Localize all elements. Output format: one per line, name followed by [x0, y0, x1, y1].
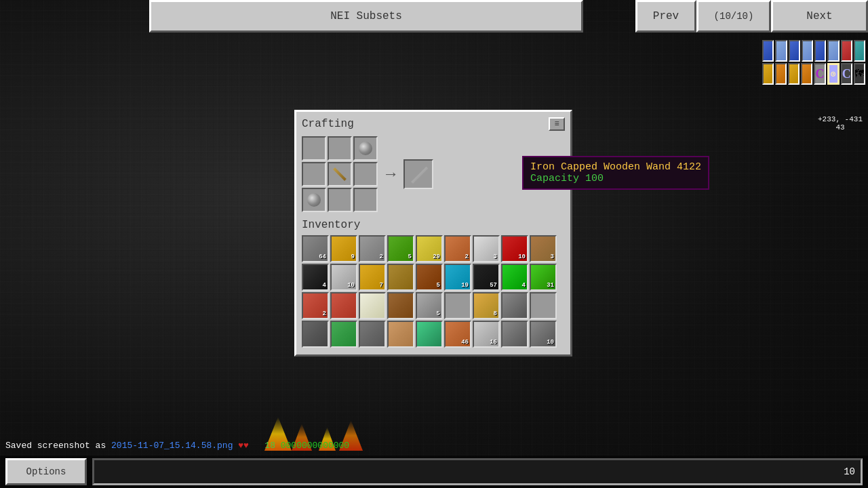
- inv-slot-2[interactable]: 2: [359, 235, 386, 262]
- nei-item-12[interactable]: [801, 63, 812, 85]
- top-bar: NEI Subsets Prev (10/10) Next: [0, 0, 868, 33]
- status-bar: Saved screenshot as 2015-11-07_15.14.58.…: [0, 441, 868, 451]
- inv-slot-27[interactable]: [302, 321, 329, 348]
- nei-item-1[interactable]: [762, 40, 774, 62]
- nei-item-map[interactable]: 🗺: [854, 63, 865, 85]
- inv-slot-15[interactable]: 57: [473, 264, 500, 291]
- bottom-bar: Options 10: [0, 455, 868, 488]
- status-score-val: 0000000000000: [281, 441, 349, 451]
- inv-slot-34[interactable]: [501, 321, 528, 348]
- nei-item-9[interactable]: [762, 63, 774, 85]
- craft-slot-1-1[interactable]: [328, 162, 352, 186]
- hotbar-count: 10: [844, 466, 855, 477]
- inv-slot-0[interactable]: 64: [302, 235, 329, 262]
- inv-slot-7[interactable]: 10: [501, 235, 528, 262]
- inv-slot-10[interactable]: 10: [330, 264, 357, 291]
- inv-slot-17[interactable]: 31: [530, 264, 557, 291]
- nei-item-7[interactable]: [841, 40, 852, 62]
- craft-slot-1-0[interactable]: [302, 162, 326, 186]
- iron-ball-icon: [359, 142, 372, 155]
- coord-y: 43: [818, 123, 863, 131]
- inv-slot-18[interactable]: 2: [302, 292, 329, 319]
- nei-subsets-button[interactable]: NEI Subsets: [149, 0, 583, 33]
- wand-result-icon: [409, 165, 428, 184]
- crafting-title-bar: Crafting ≡: [302, 117, 565, 131]
- craft-slot-2-2[interactable]: [353, 188, 378, 212]
- inv-slot-31[interactable]: [416, 321, 443, 348]
- inv-slot-25[interactable]: [501, 292, 528, 319]
- inv-slot-32[interactable]: 46: [444, 321, 471, 348]
- nei-item-5[interactable]: [814, 40, 826, 62]
- inv-slot-12[interactable]: [387, 264, 414, 291]
- inv-slot-29[interactable]: [359, 321, 386, 348]
- craft-slot-2-0[interactable]: [302, 188, 326, 212]
- crafting-result-slot[interactable]: [403, 159, 433, 189]
- inv-slot-28[interactable]: [330, 321, 357, 348]
- crafting-arrow: →: [383, 165, 398, 184]
- craft-slot-0-2[interactable]: [353, 136, 378, 161]
- status-health: ♥♥: [238, 441, 249, 451]
- crafting-dialog: Crafting ≡ →: [294, 110, 572, 357]
- inv-slot-4[interactable]: 29: [416, 235, 443, 262]
- inv-slot-6[interactable]: 3: [473, 235, 500, 262]
- craft-slot-0-0[interactable]: [302, 136, 326, 161]
- inv-slot-35[interactable]: 10: [530, 321, 557, 348]
- prev-button[interactable]: Prev: [635, 0, 696, 33]
- craft-slot-2-1[interactable]: [328, 188, 352, 212]
- inv-slot-20[interactable]: [359, 292, 386, 319]
- nei-item-4[interactable]: [802, 40, 813, 62]
- inv-slot-30[interactable]: [387, 321, 414, 348]
- inv-slot-5[interactable]: 2: [444, 235, 471, 262]
- status-xp: [254, 441, 260, 451]
- nei-item-6[interactable]: [827, 40, 839, 62]
- inventory-row-3: 2 5 8: [302, 292, 565, 319]
- crafting-menu-button[interactable]: ≡: [549, 117, 565, 131]
- nei-item-c3[interactable]: C: [841, 63, 852, 85]
- inv-slot-24[interactable]: 8: [473, 292, 500, 319]
- craft-slot-0-1[interactable]: [328, 136, 352, 161]
- coord-xz: +233, -431: [818, 115, 863, 123]
- next-button[interactable]: Next: [771, 0, 868, 33]
- status-filename: 2015-11-07_15.14.58.png: [111, 441, 233, 451]
- hotbar: 10: [92, 458, 863, 485]
- inv-slot-14[interactable]: 19: [444, 264, 471, 291]
- inv-slot-23[interactable]: [444, 292, 471, 319]
- inv-slot-13[interactable]: 5: [416, 264, 443, 291]
- nei-item-11[interactable]: [788, 63, 800, 85]
- inv-slot-19[interactable]: [330, 292, 357, 319]
- nei-item-2[interactable]: [775, 40, 787, 62]
- crafting-grid: [302, 136, 378, 212]
- inv-slot-21[interactable]: [387, 292, 414, 319]
- inv-slot-3[interactable]: 5: [387, 235, 414, 262]
- inventory-title: Inventory: [302, 219, 565, 231]
- inv-slot-26[interactable]: [530, 292, 557, 319]
- nei-item-c2[interactable]: ⊙: [827, 63, 840, 85]
- inv-slot-33[interactable]: 16: [473, 321, 500, 348]
- nei-item-8[interactable]: [854, 40, 865, 62]
- options-button[interactable]: Options: [5, 458, 87, 485]
- page-indicator: (10/10): [696, 0, 771, 33]
- item-tooltip: Iron Capped Wooden Wand 4122 Capacity 10…: [522, 156, 709, 190]
- inv-slot-11[interactable]: 7: [359, 264, 386, 291]
- inv-slot-8[interactable]: 3: [530, 235, 557, 262]
- inv-slot-9[interactable]: 4: [302, 264, 329, 291]
- inventory-row-1: 64 9 2 5 29 2 3 10 3: [302, 235, 565, 262]
- status-xp-val: 18: [264, 441, 275, 451]
- status-prefix: Saved screenshot as: [5, 441, 111, 451]
- nei-row-1: [762, 40, 865, 62]
- inventory-row-4: 46 16 10: [302, 321, 565, 348]
- nei-item-c1[interactable]: C: [814, 63, 825, 85]
- craft-slot-1-2[interactable]: [353, 162, 378, 186]
- tooltip-desc: Capacity 100: [530, 173, 701, 184]
- inv-slot-16[interactable]: 4: [501, 264, 528, 291]
- crafting-title-text: Crafting: [302, 118, 354, 130]
- nei-item-10[interactable]: [775, 63, 787, 85]
- inv-slot-22[interactable]: 5: [416, 292, 443, 319]
- inventory-row-2: 4 10 7 5 19 57 4 31: [302, 264, 565, 291]
- stick-icon: [333, 167, 347, 181]
- inv-slot-1[interactable]: 9: [330, 235, 357, 262]
- nei-item-grid: C ⊙ C 🗺: [760, 37, 868, 89]
- iron-ball-icon-2: [307, 193, 321, 207]
- nei-item-3[interactable]: [789, 40, 800, 62]
- tooltip-name: Iron Capped Wooden Wand 4122: [530, 161, 701, 173]
